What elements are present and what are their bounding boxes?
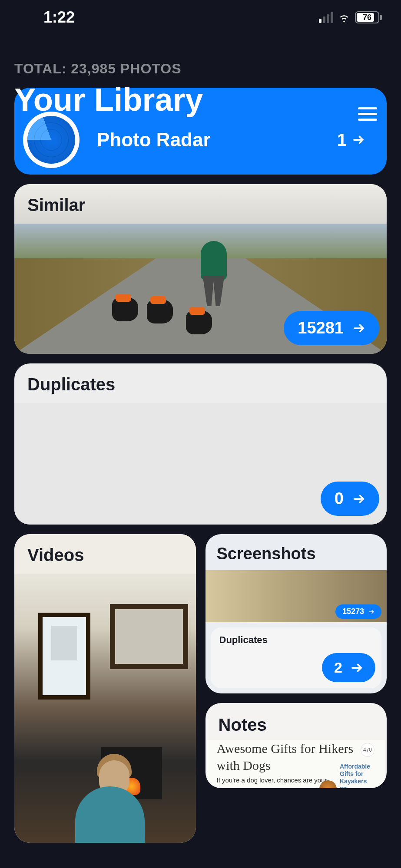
screenshots-inner-count-value: 15273 [342, 607, 364, 616]
arrow-right-icon [368, 609, 374, 615]
notes-badge: 470 [361, 743, 374, 757]
total-photos-label: TOTAL: 23,985 PHOTOS [14, 61, 387, 77]
notes-title: Notes [205, 703, 387, 740]
similar-count-value: 15281 [298, 319, 344, 337]
screenshots-inner-count[interactable]: 15273 [335, 604, 381, 619]
arrow-right-icon [352, 492, 365, 505]
notes-card[interactable]: Notes Awesome Gifts for Hikers with Dogs… [205, 703, 387, 788]
arrow-right-icon [350, 661, 363, 674]
screenshots-duplicates-count-button[interactable]: 2 [322, 653, 375, 682]
notes-related-link[interactable]: Affordable Gifts for Kayakers an... [340, 763, 374, 788]
videos-title: Videos [14, 534, 196, 574]
duplicates-count-value: 0 [335, 489, 344, 508]
similar-title: Similar [14, 184, 387, 224]
status-time: 1:22 [43, 8, 75, 26]
similar-count-button[interactable]: 15281 [284, 311, 379, 345]
page-title: Your Library [14, 81, 387, 118]
duplicates-count-button[interactable]: 0 [321, 482, 379, 516]
radar-icon [23, 112, 80, 168]
videos-card[interactable]: Videos [14, 534, 196, 843]
screenshots-preview-image: 15273 [205, 570, 387, 622]
videos-preview-image [14, 574, 196, 843]
wifi-icon [338, 11, 351, 24]
similar-card[interactable]: Similar 15281 [14, 184, 387, 354]
arrow-right-icon [352, 322, 365, 335]
screenshots-title: Screenshots [205, 534, 387, 570]
arrow-right-icon [352, 133, 365, 146]
screenshots-duplicates-row[interactable]: Duplicates 2 [211, 627, 382, 688]
screenshots-card[interactable]: Screenshots 15273 Duplicates 2 [205, 534, 387, 693]
screenshots-duplicates-label: Duplicates [219, 634, 375, 646]
radar-count-value: 1 [337, 130, 347, 150]
screenshots-dup-count-value: 2 [334, 659, 342, 676]
duplicates-title: Duplicates [14, 363, 387, 403]
battery-percent: 76 [363, 13, 371, 22]
photo-radar-count[interactable]: 1 [337, 130, 365, 150]
status-bar: 1:22 76 [0, 0, 401, 35]
battery-indicator: 76 [355, 11, 379, 23]
status-indicators: 76 [319, 11, 379, 24]
cellular-signal-icon [319, 12, 333, 23]
menu-icon[interactable] [358, 107, 377, 121]
photo-radar-title: Photo Radar [97, 129, 211, 151]
duplicates-card[interactable]: Duplicates 0 [14, 363, 387, 525]
